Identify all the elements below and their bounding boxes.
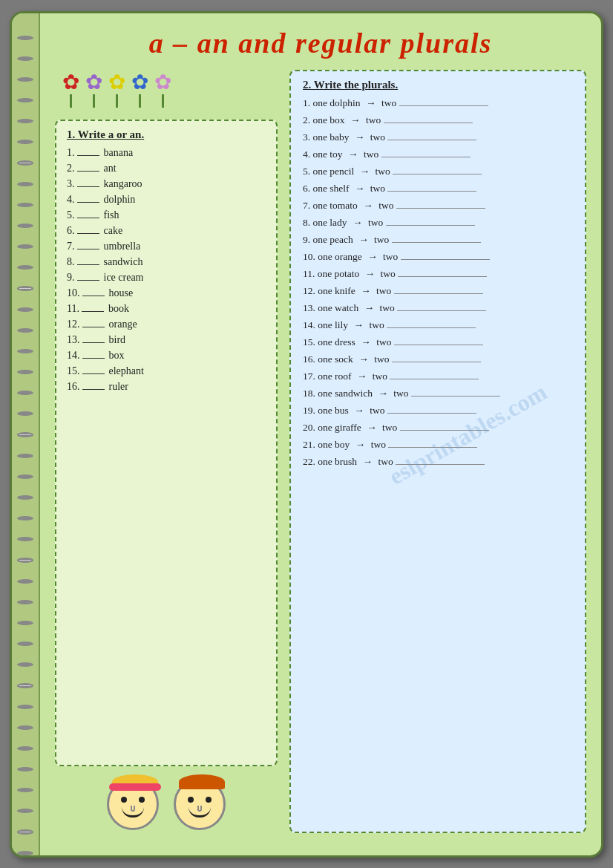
spiral-ring xyxy=(17,558,33,562)
spiral-ring xyxy=(17,683,33,688)
exercise2-item: 3. one baby → two xyxy=(303,131,573,143)
answer-line[interactable] xyxy=(387,191,476,192)
girl-eyes xyxy=(109,797,157,803)
answer-line[interactable] xyxy=(381,157,471,157)
answer-line[interactable] xyxy=(390,379,479,379)
spiral-ring xyxy=(17,56,33,61)
spiral-ring xyxy=(17,140,33,144)
answer-line[interactable] xyxy=(386,225,475,226)
answer-line[interactable] xyxy=(396,208,485,209)
eye-left xyxy=(121,797,127,803)
exercise2-item: 14. one lily → two xyxy=(303,319,573,331)
flower-stem xyxy=(162,94,164,108)
spiral-ring xyxy=(17,600,33,604)
answer-line[interactable] xyxy=(396,464,485,465)
spiral-ring xyxy=(17,454,33,458)
spiral-ring xyxy=(17,829,33,834)
flowers-decoration: ✿ ✿ ✿ ✿ xyxy=(55,70,278,108)
blank-line[interactable] xyxy=(82,311,104,312)
exercise1-item: 5. fish xyxy=(67,209,266,221)
exercise2-item: 6. one shelf → two xyxy=(303,183,573,195)
exercise1-item: 2. ant xyxy=(67,163,266,174)
arrow-icon: → xyxy=(357,371,367,382)
blank-line[interactable] xyxy=(82,389,105,390)
flower-5: ✿ xyxy=(154,70,171,108)
blank-line[interactable] xyxy=(77,171,99,172)
spiral-ring xyxy=(17,77,33,82)
blank-line[interactable] xyxy=(77,186,99,187)
answer-line[interactable] xyxy=(387,140,476,140)
answer-line[interactable] xyxy=(394,293,483,294)
blank-line[interactable] xyxy=(77,249,99,249)
answer-line[interactable] xyxy=(392,242,481,243)
spiral-ring xyxy=(17,160,33,165)
answer-line[interactable] xyxy=(387,413,476,414)
blank-line[interactable] xyxy=(77,233,99,234)
arrow-icon: → xyxy=(378,388,388,399)
arrow-icon: → xyxy=(348,149,358,160)
blank-line[interactable] xyxy=(82,373,105,374)
blank-line[interactable] xyxy=(77,280,99,281)
flower-4: ✿ xyxy=(131,70,148,108)
exercise2-item: 9. one peach → two xyxy=(303,234,573,246)
spiral-ring xyxy=(17,98,33,102)
exercise1-box: 1. Write a or an. 1. banana2. ant3. kang… xyxy=(55,120,278,766)
spiral-ring xyxy=(17,370,33,374)
exercise1-items: 1. banana2. ant3. kangaroo4. dolphin5. f… xyxy=(67,147,266,393)
blank-line[interactable] xyxy=(77,264,99,265)
girl-character xyxy=(107,778,159,830)
blank-line[interactable] xyxy=(82,358,105,359)
answer-line[interactable] xyxy=(398,276,487,277)
answer-line[interactable] xyxy=(393,174,482,174)
arrow-icon: → xyxy=(358,353,369,365)
blank-line[interactable] xyxy=(77,202,99,203)
spiral-ring xyxy=(17,391,33,395)
eye-right xyxy=(139,797,145,803)
exercise1-item: 16. ruler xyxy=(67,381,266,393)
exercise1-item: 3. kangaroo xyxy=(67,178,266,190)
answer-line[interactable] xyxy=(392,362,481,362)
arrow-icon: → xyxy=(354,405,364,417)
answer-line[interactable] xyxy=(394,345,483,345)
spiral-ring xyxy=(17,36,33,40)
answer-line[interactable] xyxy=(387,327,476,328)
girl-smile xyxy=(122,807,144,818)
exercise1-item: 9. ice cream xyxy=(67,272,266,284)
arrow-icon: → xyxy=(363,456,373,468)
spiral-ring xyxy=(17,516,33,521)
blank-line[interactable] xyxy=(77,155,99,156)
spiral-ring xyxy=(17,579,33,584)
spiral-ring xyxy=(17,809,33,813)
girl-headband xyxy=(109,783,161,791)
blank-line[interactable] xyxy=(82,342,105,343)
spiral-ring xyxy=(17,746,33,751)
arrow-icon: → xyxy=(355,439,366,451)
exercise1-item: 13. bird xyxy=(67,334,266,346)
answer-line[interactable] xyxy=(384,123,473,123)
blank-line[interactable] xyxy=(77,218,99,218)
answer-line[interactable] xyxy=(397,310,486,311)
answer-line[interactable] xyxy=(401,259,490,260)
spiral-ring xyxy=(17,119,33,123)
spiral-ring xyxy=(17,244,33,249)
spiral-ring xyxy=(17,307,33,312)
spiral-ring xyxy=(17,537,33,541)
arrow-icon: → xyxy=(364,302,375,314)
blank-line[interactable] xyxy=(82,327,105,327)
flower-head-icon: ✿ xyxy=(154,70,171,94)
spiral-ring xyxy=(17,411,33,416)
spiral-ring xyxy=(17,203,33,207)
exercise2-title: 2. Write the plurals. xyxy=(303,79,573,91)
exercise2-item: 18. one sandwich → two xyxy=(303,388,573,399)
spiral-ring xyxy=(17,621,33,625)
blank-line[interactable] xyxy=(82,296,105,296)
answer-line[interactable] xyxy=(399,105,488,106)
exercise1-item: 6. cake xyxy=(67,225,266,237)
arrow-icon: → xyxy=(355,183,365,195)
exercise2-item: 21. one boy → two xyxy=(303,439,573,451)
answer-line[interactable] xyxy=(400,430,489,431)
answer-line[interactable] xyxy=(388,447,477,448)
answer-line[interactable] xyxy=(411,396,500,397)
boy-face xyxy=(174,778,226,830)
spiral-ring xyxy=(17,286,33,290)
